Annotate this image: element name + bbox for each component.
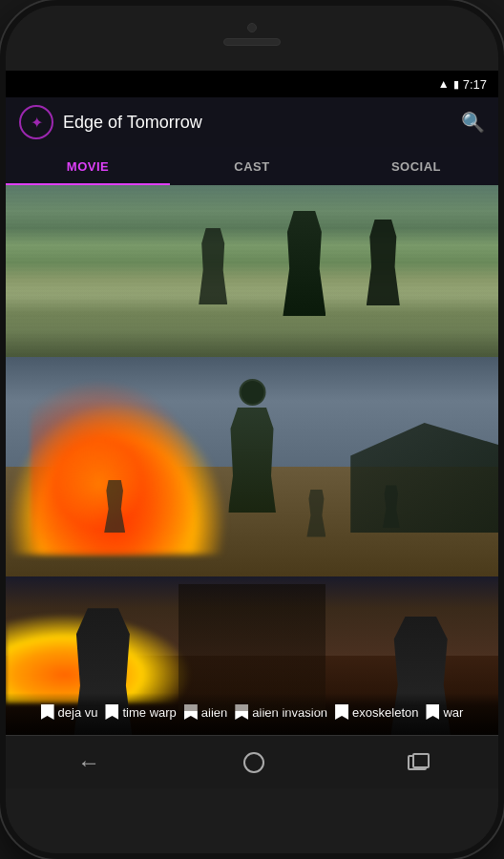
bookmark-icon-2 [105, 704, 118, 720]
time-display: 7:17 [463, 77, 487, 92]
battery-icon: ▮ [453, 78, 459, 91]
app-logo-circle: ✦ [19, 105, 53, 139]
tab-movie[interactable]: MOVIE [6, 147, 170, 185]
search-icon[interactable]: 🔍 [461, 111, 485, 134]
tag-war[interactable]: war [426, 704, 463, 720]
bottom-nav: ← [6, 735, 498, 788]
tab-cast[interactable]: CAST [170, 147, 334, 185]
recents-icon [408, 755, 427, 770]
center-shadow [178, 584, 326, 711]
content-area: deja vu time warp alien alien invasion [6, 185, 498, 735]
bottom-bezel [6, 788, 498, 853]
star-icon: ✦ [31, 114, 43, 132]
recents-button[interactable] [388, 747, 446, 778]
tab-social[interactable]: SOCIAL [334, 147, 498, 185]
camera [247, 23, 257, 32]
status-icons: ▲ ▮ 7:17 [438, 77, 487, 92]
hero-head [239, 379, 265, 406]
status-bar: ▲ ▮ 7:17 [6, 71, 498, 97]
hero-image-middle [6, 357, 498, 576]
back-icon: ← [77, 749, 100, 776]
movie-title: Edge of Tomorrow [63, 113, 461, 133]
tag-time-warp[interactable]: time warp [105, 704, 176, 720]
soldier-silhouette-1 [283, 211, 326, 316]
wifi-icon: ▲ [438, 77, 450, 91]
hero-image-bottom: deja vu time warp alien alien invasion [6, 576, 498, 735]
ground-overlay [6, 288, 498, 357]
back-button[interactable]: ← [58, 742, 119, 784]
phone-frame: ▲ ▮ 7:17 ✦ Edge of Tomorrow 🔍 MOVIE CAST… [0, 0, 504, 859]
tabs-bar: MOVIE CAST SOCIAL [6, 147, 498, 185]
home-button[interactable] [224, 744, 284, 781]
soldier-silhouette-2 [199, 228, 227, 304]
hero-body [228, 408, 276, 513]
soldier-silhouette-3 [367, 220, 400, 305]
bookmark-icon-1 [41, 704, 54, 720]
app-header: ✦ Edge of Tomorrow 🔍 [6, 97, 498, 147]
speaker [223, 38, 281, 46]
top-bezel [6, 6, 498, 71]
tag-deja-vu[interactable]: deja vu [41, 704, 98, 720]
tag-exoskeleton[interactable]: exoskeleton [335, 704, 418, 720]
home-icon [243, 752, 264, 773]
bookmark-icon-6 [426, 704, 439, 720]
hero-image-top [6, 185, 498, 357]
phone-screen: ▲ ▮ 7:17 ✦ Edge of Tomorrow 🔍 MOVIE CAST… [6, 71, 498, 788]
hero-character [226, 379, 279, 513]
bookmark-icon-5 [335, 704, 348, 720]
